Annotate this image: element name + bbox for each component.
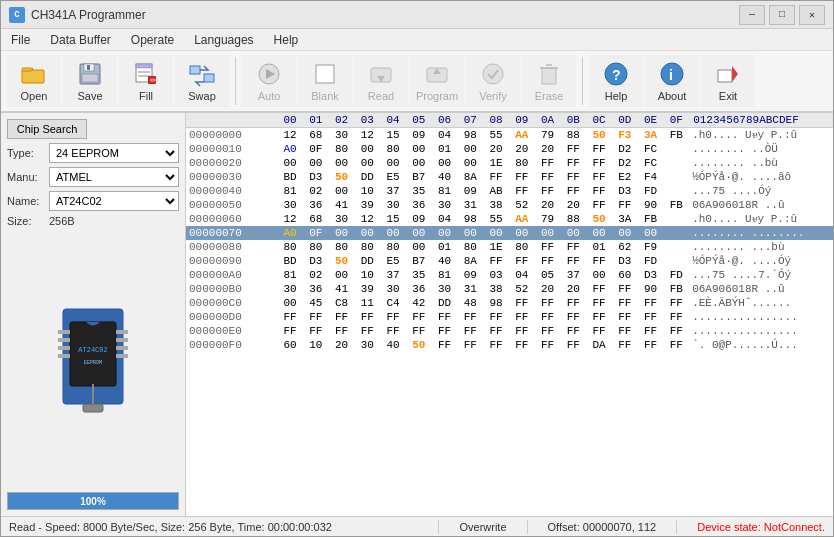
hex-cell[interactable]: 35 (406, 268, 432, 282)
hex-cell[interactable]: 38 (483, 282, 509, 296)
name-select[interactable]: AT24C02 (49, 191, 179, 211)
hex-cell[interactable]: FF (560, 156, 586, 170)
table-row[interactable]: 000000F0601020304050FFFFFFFFFFFFDAFFFFFF… (186, 338, 833, 352)
hex-cell[interactable]: 36 (406, 198, 432, 212)
hex-cell[interactable]: FB (638, 212, 664, 226)
hex-cell[interactable]: FF (535, 310, 561, 324)
hex-cell[interactable] (663, 212, 689, 226)
hex-cell[interactable]: 60 (612, 268, 638, 282)
hex-cell[interactable]: FF (457, 310, 483, 324)
hex-cell[interactable]: 01 (432, 142, 458, 156)
hex-cell[interactable]: FF (483, 324, 509, 338)
hex-cell[interactable]: 00 (457, 156, 483, 170)
hex-cell[interactable]: 98 (457, 128, 483, 143)
hex-cell[interactable]: FF (303, 310, 329, 324)
menu-help[interactable]: Help (264, 31, 309, 49)
table-row[interactable]: 00000070A00F00000000000000000000000000..… (186, 226, 833, 240)
hex-cell[interactable] (663, 170, 689, 184)
table-row[interactable]: 00000060126830121509049855AA7988503AFB.h… (186, 212, 833, 226)
table-row[interactable]: 000000408102001037358109ABFFFFFFFFD3FD..… (186, 184, 833, 198)
hex-cell[interactable]: 09 (406, 128, 432, 143)
hex-cell[interactable]: FF (612, 296, 638, 310)
hex-cell[interactable]: FF (612, 324, 638, 338)
hex-cell[interactable]: 30 (329, 212, 355, 226)
hex-cell[interactable]: DD (354, 254, 380, 268)
hex-cell[interactable]: FF (560, 142, 586, 156)
hex-cell[interactable]: 37 (380, 184, 406, 198)
hex-cell[interactable]: 09 (457, 268, 483, 282)
hex-cell[interactable]: 41 (329, 282, 355, 296)
hex-cell[interactable]: 10 (354, 268, 380, 282)
hex-cell[interactable]: 68 (303, 128, 329, 143)
hex-cell[interactable]: 98 (457, 212, 483, 226)
hex-cell[interactable]: AB (483, 184, 509, 198)
hex-cell[interactable]: 35 (406, 184, 432, 198)
hex-cell[interactable]: FF (535, 324, 561, 338)
hex-cell[interactable]: 62 (612, 240, 638, 254)
hex-cell[interactable]: FB (663, 128, 689, 143)
hex-cell[interactable]: 20 (535, 198, 561, 212)
hex-cell[interactable]: 41 (329, 198, 355, 212)
hex-cell[interactable]: 01 (586, 240, 612, 254)
hex-cell[interactable]: B7 (406, 254, 432, 268)
hex-cell[interactable]: D2 (612, 156, 638, 170)
hex-cell[interactable] (663, 184, 689, 198)
hex-cell[interactable]: 20 (509, 142, 535, 156)
hex-cell[interactable]: FF (663, 296, 689, 310)
hex-cell[interactable]: 98 (483, 296, 509, 310)
hex-cell[interactable]: FF (586, 296, 612, 310)
hex-cell[interactable]: 80 (277, 240, 303, 254)
save-button[interactable]: Save (63, 55, 117, 107)
hex-cell[interactable]: FF (535, 170, 561, 184)
hex-cell[interactable]: 02 (303, 184, 329, 198)
hex-cell[interactable]: FF (560, 184, 586, 198)
hex-cell[interactable]: 00 (380, 226, 406, 240)
hex-cell[interactable]: 50 (586, 212, 612, 226)
hex-cell[interactable]: 30 (380, 198, 406, 212)
hex-cell[interactable]: FF (509, 296, 535, 310)
verify-button[interactable]: Verify (466, 55, 520, 107)
table-row[interactable]: 000000B0303641393036303138522020FFFF90FB… (186, 282, 833, 296)
hex-cell[interactable]: 45 (303, 296, 329, 310)
hex-cell[interactable]: FF (586, 324, 612, 338)
menu-file[interactable]: File (1, 31, 40, 49)
hex-cell[interactable]: 30 (277, 198, 303, 212)
hex-cell[interactable]: 1E (483, 240, 509, 254)
hex-cell[interactable]: FF (509, 170, 535, 184)
hex-cell[interactable]: 80 (329, 142, 355, 156)
hex-cell[interactable]: FF (560, 254, 586, 268)
hex-cell[interactable]: 30 (380, 282, 406, 296)
hex-cell[interactable]: FF (277, 310, 303, 324)
hex-cell[interactable]: DD (354, 170, 380, 184)
hex-cell[interactable]: BD (277, 254, 303, 268)
hex-cell[interactable]: D3 (612, 254, 638, 268)
hex-cell[interactable]: 00 (457, 226, 483, 240)
hex-cell[interactable]: FF (663, 338, 689, 352)
hex-cell[interactable]: 00 (586, 268, 612, 282)
fill-button[interactable]: ✏ Fill (119, 55, 173, 107)
hex-cell[interactable]: 12 (354, 128, 380, 143)
hex-cell[interactable]: FD (663, 268, 689, 282)
table-row[interactable]: 00000010A00F800080000100202020FFFFD2FC..… (186, 142, 833, 156)
hex-cell[interactable]: 00 (638, 226, 664, 240)
hex-cell[interactable]: 50 (329, 254, 355, 268)
hex-cell[interactable]: 80 (329, 240, 355, 254)
hex-cell[interactable]: 42 (406, 296, 432, 310)
hex-cell[interactable]: DA (586, 338, 612, 352)
hex-cell[interactable]: C8 (329, 296, 355, 310)
hex-cell[interactable]: FF (560, 240, 586, 254)
hex-cell[interactable]: FF (380, 310, 406, 324)
hex-cell[interactable]: DD (432, 296, 458, 310)
hex-cell[interactable]: 03 (483, 268, 509, 282)
hex-cell[interactable]: FF (586, 282, 612, 296)
hex-cell[interactable]: 39 (354, 198, 380, 212)
hex-cell[interactable]: 00 (380, 156, 406, 170)
erase-button[interactable]: Erase (522, 55, 576, 107)
hex-cell[interactable]: 00 (406, 156, 432, 170)
hex-cell[interactable]: 30 (354, 338, 380, 352)
table-row[interactable]: 00000090BDD350DDE5B7408AFFFFFFFFFFD3FD½Ó… (186, 254, 833, 268)
maximize-button[interactable]: □ (769, 5, 795, 25)
hex-cell[interactable]: 00 (535, 226, 561, 240)
hex-cell[interactable]: 05 (535, 268, 561, 282)
hex-cell[interactable]: E5 (380, 170, 406, 184)
